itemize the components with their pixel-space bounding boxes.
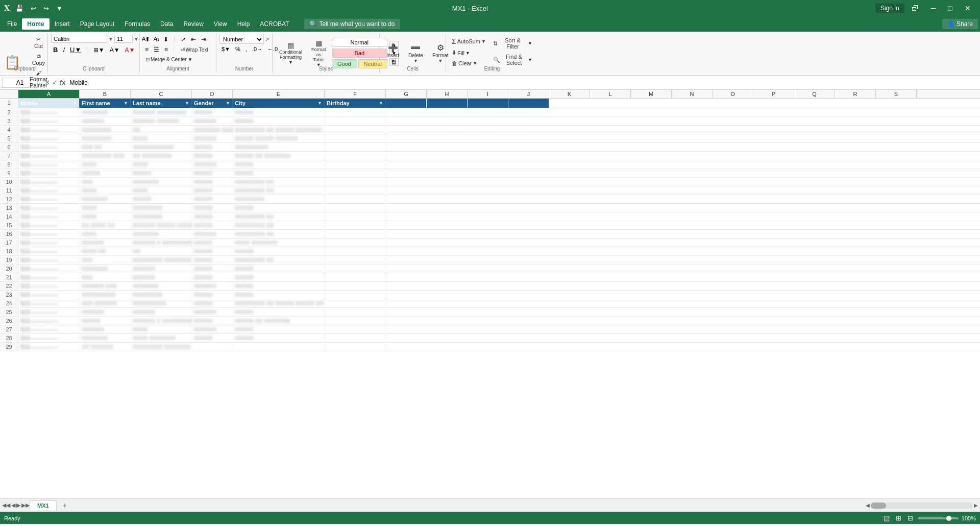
cell-f1[interactable]: Birthday ▼ [325,99,386,108]
cell-d1[interactable]: Gender ▼ [192,99,233,108]
table-cell[interactable]: 522————— [18,117,80,125]
table-cell[interactable]: 522————— [18,299,80,307]
sheet-scroll-last-button[interactable]: ▶▶ [21,502,30,509]
table-cell[interactable]: 522————— [18,282,80,290]
table-cell[interactable]: XXXXXX X XXXXXXXXX [131,238,192,247]
cell-i1[interactable] [468,99,508,108]
table-cell[interactable]: XXXXX [192,212,233,221]
table-cell[interactable]: XXXXXXXX [131,291,192,299]
table-cell[interactable]: XXXXXXX [80,195,131,203]
table-cell[interactable] [325,343,386,351]
table-cell[interactable]: XXXXX [192,221,233,229]
format-painter-button[interactable]: 🖌 Format Painter [27,68,50,90]
table-cell[interactable]: XXXXXXXX [131,212,192,221]
col-header-i[interactable]: I [468,90,508,98]
format-as-table-button[interactable]: ▦ Format asTable ▼ [308,36,330,70]
table-cell[interactable]: XXXXX [192,291,233,299]
col-header-c[interactable]: C [131,90,192,98]
col-header-m[interactable]: M [631,90,672,98]
table-cell[interactable]: XXXXX [233,247,325,255]
table-cell[interactable]: XXXXXXX [131,282,192,290]
filter-birthday-button[interactable]: ▼ [379,101,383,106]
autosum-button[interactable]: Σ AutoSum ▼ [449,36,488,47]
table-cell[interactable]: XXXX [131,325,192,333]
table-cell[interactable]: XXXXX [192,108,233,116]
table-cell[interactable] [325,169,386,177]
cell-c1[interactable]: Last name ▼ [131,99,192,108]
sheet-scroll-prev-button[interactable]: ◀ [11,502,15,509]
table-cell[interactable]: 522————— [18,108,80,116]
signin-button[interactable]: Sign in [875,4,904,13]
table-cell[interactable] [325,265,386,273]
table-cell[interactable]: XXXXXX [192,230,233,238]
table-cell[interactable]: 522————— [18,169,80,177]
table-cell[interactable] [325,134,386,142]
col-header-k[interactable]: K [549,90,590,98]
table-cell[interactable] [233,343,325,351]
menu-acrobat[interactable]: ACROBAT [255,18,294,30]
minimize-button[interactable]: ─ [926,2,941,14]
table-cell[interactable]: XXXXXXXX XX [233,178,325,186]
table-cell[interactable]: XXXX [80,204,131,212]
col-header-j[interactable]: J [508,90,549,98]
style-bad-button[interactable]: Bad [332,49,387,58]
table-cell[interactable]: XXXXX [192,256,233,264]
table-cell[interactable] [325,308,386,316]
table-cell[interactable]: XXXXX [192,334,233,342]
insert-function-icon[interactable]: fx [60,79,66,86]
table-cell[interactable]: XXXXXXX [80,108,131,116]
redo-button[interactable]: ↪ [41,4,51,13]
table-cell[interactable]: 522————— [18,308,80,316]
style-normal-button[interactable]: Normal [332,38,387,47]
table-cell[interactable]: XXXX [131,160,192,169]
menu-review[interactable]: Review [178,18,208,30]
table-cell[interactable]: XXXXXX [80,117,131,125]
table-cell[interactable]: XX XXXX XX [80,221,131,229]
normal-view-button[interactable]: ▤ [882,514,891,522]
table-cell[interactable] [325,108,386,116]
cell-j1[interactable] [508,99,549,108]
align-top-button[interactable]: ⬆ [143,35,152,44]
menu-view[interactable]: View [209,18,232,30]
table-cell[interactable] [325,152,386,160]
cell-g1[interactable] [386,99,427,108]
insert-cells-button[interactable]: ➕ Insert ▼ [383,39,403,67]
paste-button[interactable]: 📋 [0,49,25,76]
col-header-a[interactable]: A [18,90,80,98]
conditional-formatting-button[interactable]: ▤ ConditionalFormatting ▼ [276,39,306,67]
table-cell[interactable]: XXXXX [192,238,233,247]
table-cell[interactable] [325,291,386,299]
table-cell[interactable]: XXXXX XXXXX XXXXXX [233,134,325,142]
table-cell[interactable] [325,273,386,281]
underline-button[interactable]: U▼ [68,45,83,55]
table-cell[interactable]: XXXX [80,230,131,238]
table-cell[interactable]: XXXXX [80,317,131,325]
table-cell[interactable] [192,343,233,351]
italic-button[interactable]: I [61,45,67,55]
table-cell[interactable]: 522————— [18,273,80,281]
col-header-h[interactable]: H [427,90,468,98]
menu-data[interactable]: Data [155,18,178,30]
table-cell[interactable] [325,247,386,255]
table-cell[interactable]: XXXXX [233,204,325,212]
table-cell[interactable]: XX [131,126,192,134]
merge-center-button[interactable]: ⊡ Merge & Center ▼ [143,55,195,64]
sheet-scroll-next-button[interactable]: ▶ [16,502,20,509]
align-middle-button[interactable]: ↕ [153,35,160,44]
table-cell[interactable]: XXXXXX [131,308,192,316]
table-cell[interactable]: XXXXX [192,195,233,203]
table-cell[interactable]: XXXXX [192,273,233,281]
copy-button[interactable]: ⧉ Copy [27,52,50,67]
confirm-formula-icon[interactable]: ✓ [52,79,58,86]
table-cell[interactable]: XXXXX [233,325,325,333]
formula-input[interactable] [68,78,978,87]
table-cell[interactable]: XXXXX [233,108,325,116]
tell-me-input[interactable]: 🔍 Tell me what you want to do [304,19,400,29]
table-cell[interactable]: XXXXXXXX XX XXXXX XXXXXXX [233,126,325,134]
table-cell[interactable]: XXXXX [80,169,131,177]
table-cell[interactable] [325,204,386,212]
col-header-b[interactable]: B [80,90,131,98]
table-cell[interactable]: XXXXXX [192,134,233,142]
table-cell[interactable]: XXXXX [192,317,233,325]
percent-button[interactable]: % [233,45,242,53]
